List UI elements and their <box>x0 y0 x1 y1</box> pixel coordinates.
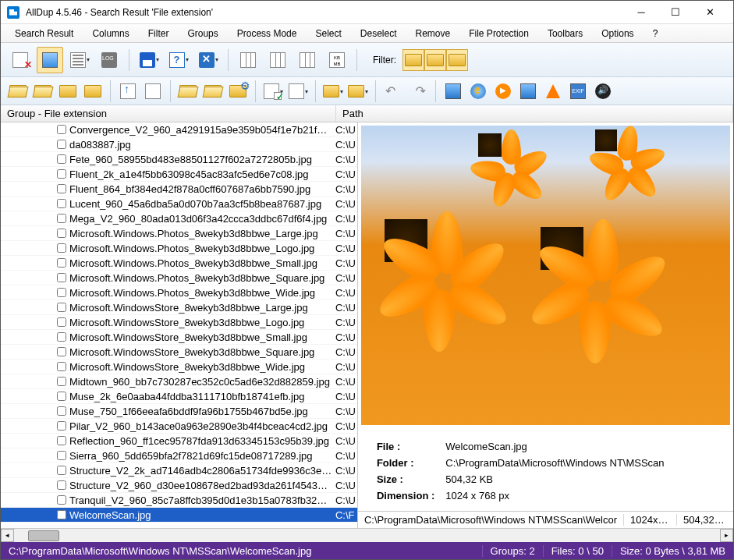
file-row[interactable]: Microsoft.Windows.Photos_8wekyb3d8bbwe_L… <box>1 241 357 256</box>
file-checkbox[interactable] <box>57 125 66 134</box>
file-checkbox[interactable] <box>57 510 66 519</box>
folder-back-button[interactable] <box>7 80 29 102</box>
folder-right-button[interactable] <box>202 80 224 102</box>
file-row[interactable]: Tranquil_V2_960_85c7a8ffcb395d0d1e3b15a0… <box>1 493 357 508</box>
file-row[interactable]: Fluent_2k_a1e4f5bb63098c45ac83afc5ed6e7c… <box>1 167 357 182</box>
file-checkbox[interactable] <box>57 214 66 223</box>
menu-process-mode[interactable]: Process Mode <box>229 27 305 41</box>
folder-expand-button[interactable] <box>82 80 104 102</box>
file-row[interactable]: Midtown_960_bb7c730287ec352c0c5ad6e32d88… <box>1 374 357 389</box>
viewer-vlc-button[interactable] <box>542 80 564 102</box>
file-checkbox[interactable] <box>57 199 66 208</box>
folder-collapse-button[interactable] <box>57 80 79 102</box>
size-unit-button[interactable]: KBMB <box>324 47 350 73</box>
file-row[interactable]: Sierra_960_5dd659bfa2f7821d69fc15de08717… <box>1 448 357 463</box>
file-row[interactable]: Pilar_V2_960_b143ace0a963e2890e3b4f4bcea… <box>1 419 357 434</box>
file-checkbox[interactable] <box>57 466 66 475</box>
folder-check-button[interactable]: ▾ <box>322 80 344 102</box>
file-row[interactable]: Muse_2k_6e0aaba44fddba3111710bfb18741efb… <box>1 389 357 404</box>
file-checkbox[interactable] <box>57 451 66 460</box>
viewer-wmp-button[interactable] <box>492 80 514 102</box>
file-row[interactable]: Microsoft.WindowsStore_8wekyb3d8bbwe_Squ… <box>1 345 357 360</box>
file-row[interactable]: Muse_750_1f66eeafa6bddf9fa96b1755b467bd5… <box>1 404 357 419</box>
file-checkbox[interactable] <box>57 317 66 327</box>
file-checkbox[interactable] <box>57 169 66 179</box>
file-row[interactable]: Lucent_960_45a6dba5a0d070b7aa3cf5b8bea87… <box>1 197 357 211</box>
file-checkbox[interactable] <box>57 154 66 164</box>
viewer-ie-button[interactable] <box>467 80 489 102</box>
minimize-button[interactable]: ─ <box>624 2 658 23</box>
filter-folder-2[interactable] <box>424 49 446 71</box>
doc-remove-button[interactable] <box>7 47 34 73</box>
file-row[interactable]: Structure_V2_960_d30ee108678ed2bad93da26… <box>1 478 357 493</box>
file-list[interactable]: Convergence_V2_960_a4291915a9e359b054f1e… <box>1 122 358 528</box>
columns-button-2[interactable] <box>264 47 291 73</box>
scroll-thumb[interactable] <box>28 530 59 541</box>
file-row[interactable]: Fete_960_58955bd483e88501127f602a7272805… <box>1 152 357 167</box>
column-path[interactable]: Path <box>336 105 733 122</box>
redo-button[interactable] <box>407 80 429 102</box>
file-row[interactable]: Microsoft.Windows.Photos_8wekyb3d8bbwe_L… <box>1 226 357 241</box>
save-button[interactable]: ▾ <box>136 47 162 73</box>
file-checkbox[interactable] <box>57 421 66 431</box>
columns-button-3[interactable] <box>294 47 321 73</box>
filter-folder-3[interactable] <box>446 49 468 71</box>
maximize-button[interactable]: ☐ <box>658 2 693 23</box>
list-view-button[interactable]: ▾ <box>66 47 93 73</box>
file-checkbox[interactable] <box>57 243 66 253</box>
menu-remove[interactable]: Remove <box>408 27 459 41</box>
page-check-button[interactable]: ▾ <box>262 80 284 102</box>
log-button[interactable] <box>96 47 122 73</box>
file-checkbox[interactable] <box>57 273 66 282</box>
menu-filter[interactable]: Filter <box>140 27 177 41</box>
file-row[interactable]: Microsoft.Windows.Photos_8wekyb3d8bbwe_S… <box>1 271 357 285</box>
menu-columns[interactable]: Columns <box>84 27 137 41</box>
file-row[interactable]: Convergence_V2_960_a4291915a9e359b054f1e… <box>1 122 357 137</box>
menu-deselect[interactable]: Deselect <box>353 27 405 41</box>
close-result-button[interactable]: ✕▾ <box>195 47 222 73</box>
viewer-exif-button[interactable]: EXIF <box>567 80 589 102</box>
folder-uncheck-button[interactable]: ▾ <box>347 80 369 102</box>
menu-select[interactable]: Select <box>307 27 349 41</box>
scroll-right-arrow[interactable]: ▸ <box>720 529 733 542</box>
file-checkbox[interactable] <box>57 303 66 312</box>
file-checkbox[interactable] <box>57 258 66 268</box>
folder-gear-button[interactable] <box>227 80 249 102</box>
file-checkbox[interactable] <box>57 332 66 342</box>
file-row[interactable]: Microsoft.Windows.Photos_8wekyb3d8bbwe_S… <box>1 256 357 271</box>
menu-options[interactable]: Options <box>594 27 641 41</box>
file-checkbox[interactable] <box>57 392 66 401</box>
help-button[interactable]: ?▾ <box>165 47 192 73</box>
column-group[interactable]: Group - File extension <box>1 105 336 122</box>
viewer-image-button[interactable] <box>442 80 464 102</box>
viewer-sound-button[interactable] <box>592 80 614 102</box>
file-checkbox[interactable] <box>57 288 66 297</box>
filter-folder-1[interactable] <box>402 49 424 71</box>
file-checkbox[interactable] <box>57 480 66 490</box>
undo-button[interactable] <box>382 80 404 102</box>
file-row[interactable]: Microsoft.WindowsStore_8wekyb3d8bbwe_Lar… <box>1 300 357 315</box>
file-row[interactable]: Microsoft.Windows.Photos_8wekyb3d8bbwe_W… <box>1 285 357 300</box>
file-checkbox[interactable] <box>57 362 66 371</box>
move-up-button[interactable] <box>117 80 139 102</box>
file-row[interactable]: Microsoft.WindowsStore_8wekyb3d8bbwe_Sma… <box>1 330 357 345</box>
file-checkbox[interactable] <box>57 140 66 149</box>
scroll-left-arrow[interactable]: ◂ <box>1 529 14 542</box>
file-checkbox[interactable] <box>57 229 66 238</box>
thumbnail-view-button[interactable] <box>37 47 63 73</box>
horizontal-scrollbar[interactable]: ◂ ▸ <box>1 528 733 542</box>
folder-fwd-button[interactable] <box>32 80 54 102</box>
file-row[interactable]: WelcomeScan.jpgC:\F <box>1 508 357 523</box>
viewer-pic-button[interactable] <box>517 80 539 102</box>
file-row[interactable]: Reflection_960_ff1cec95787fda913d6334515… <box>1 434 357 448</box>
file-checkbox[interactable] <box>57 184 66 193</box>
menu--[interactable]: ? <box>645 27 666 41</box>
file-row[interactable]: Fluent_864_bf384ed42f878a0cff607687a6bb7… <box>1 182 357 197</box>
file-row[interactable]: Microsoft.WindowsStore_8wekyb3d8bbwe_Log… <box>1 315 357 330</box>
file-checkbox[interactable] <box>57 436 66 445</box>
close-button[interactable]: ✕ <box>693 2 727 23</box>
file-checkbox[interactable] <box>57 406 66 416</box>
columns-button-1[interactable] <box>235 47 261 73</box>
file-row[interactable]: Mega_V2_960_80ada013d06f3a42ccca3ddbc67d… <box>1 211 357 226</box>
menu-toolbars[interactable]: Toolbars <box>540 27 590 41</box>
